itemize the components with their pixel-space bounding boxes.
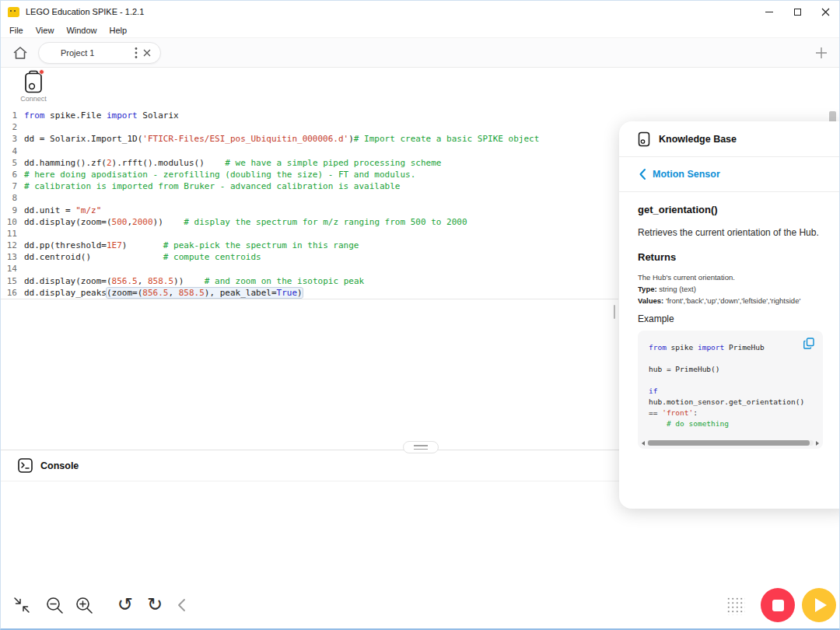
- console-title: Console: [40, 460, 79, 471]
- collapse-arrows-icon: [12, 595, 32, 615]
- tab-close-icon[interactable]: [143, 49, 151, 57]
- code-line[interactable]: # do something: [649, 418, 823, 429]
- scroll-right-arrow[interactable]: [816, 441, 819, 446]
- line-number: 6: [1, 169, 24, 180]
- minimize-icon: [765, 12, 773, 12]
- menu-help[interactable]: Help: [103, 26, 134, 35]
- code-line[interactable]: 4: [1, 145, 618, 157]
- undo-button[interactable]: ↺: [114, 593, 136, 616]
- close-button[interactable]: [811, 1, 839, 23]
- code-line[interactable]: 10dd.display(zoom=(500,2000)) # display …: [1, 216, 618, 228]
- menu-file[interactable]: File: [3, 26, 30, 35]
- code-line[interactable]: if: [649, 386, 823, 397]
- menu-bar: File View Window Help: [1, 23, 839, 37]
- code-line[interactable]: 6# here doing apodisation - zerofilling …: [1, 169, 618, 180]
- connect-button[interactable]: Connect: [16, 70, 51, 103]
- stop-button[interactable]: [761, 588, 795, 622]
- code-line[interactable]: 7# calibration is imported from Bruker -…: [1, 180, 618, 192]
- console-resize-handle[interactable]: [403, 441, 439, 453]
- plus-icon: [814, 46, 828, 60]
- zoom-out-button[interactable]: [44, 595, 65, 616]
- code-editor[interactable]: 1from spike.File import Solarix23dd = So…: [1, 110, 618, 299]
- kb-values-value: 'front','back','up','down','leftside','r…: [663, 296, 800, 305]
- code-line[interactable]: 11: [1, 228, 618, 240]
- scroll-left-arrow[interactable]: [642, 441, 645, 446]
- code-text: dd.pp(threshold=1E7) # peak-pick the spe…: [24, 240, 359, 251]
- code-line[interactable]: 9dd.unit = "m/z": [1, 205, 618, 216]
- zoom-in-button[interactable]: [74, 595, 95, 616]
- copy-code-button[interactable]: [803, 338, 814, 349]
- home-button[interactable]: [10, 43, 30, 63]
- window-title: LEGO Education SPIKE - 1.2.1: [26, 7, 144, 16]
- play-icon: [802, 588, 836, 622]
- collapse-toolbar-button[interactable]: [175, 597, 187, 613]
- chevron-back-icon: [639, 169, 646, 180]
- code-line[interactable]: 2: [1, 121, 618, 133]
- knowledge-base-header: Knowledge Base: [619, 121, 840, 157]
- redo-button[interactable]: ↻: [144, 593, 166, 616]
- kb-example-code-block: from spike import PrimeHubhub = PrimeHub…: [638, 331, 823, 449]
- tab-menu-icon[interactable]: [135, 47, 138, 59]
- code-text: from spike import PrimeHub: [649, 343, 765, 352]
- code-line[interactable]: from spike import PrimeHub: [649, 342, 823, 353]
- code-line[interactable]: 13dd.centroid() # compute centroids: [1, 251, 618, 263]
- minimize-button[interactable]: [755, 1, 783, 23]
- line-number: 12: [1, 240, 24, 251]
- window-controls: [755, 1, 839, 23]
- console-icon: [18, 458, 33, 473]
- code-line[interactable]: 16dd.display_peaks(zoom=(856.5, 858.5), …: [1, 287, 618, 299]
- scroll-track[interactable]: [647, 440, 814, 446]
- maximize-button[interactable]: [783, 1, 811, 23]
- kb-returns-description: The Hub's current orientation.: [638, 273, 823, 282]
- line-number: 5: [1, 157, 24, 169]
- close-icon: [821, 8, 830, 16]
- kb-values-row: Values: 'front','back','up','down','left…: [638, 296, 823, 305]
- code-line[interactable]: hub.motion_sensor.get_orientation(): [649, 397, 823, 408]
- code-line[interactable]: [649, 375, 823, 386]
- kb-method-description: Retrieves the current orientation of the…: [638, 227, 823, 238]
- code-line[interactable]: 8: [1, 192, 618, 204]
- copy-icon: [803, 338, 814, 349]
- code-text: dd.centroid() # compute centroids: [24, 251, 261, 263]
- code-line[interactable]: 15dd.display(zoom=(856.5, 858.5)) # and …: [1, 275, 618, 287]
- code-text: dd.unit = "m/z": [24, 205, 101, 216]
- kb-values-label: Values:: [638, 296, 663, 305]
- knowledge-base-panel: Knowledge Base Motion Sensor get_orienta…: [619, 121, 840, 509]
- kb-method-name: get_orientation(): [638, 204, 823, 215]
- code-text: dd.display(zoom=(500,2000)) # display th…: [24, 216, 467, 228]
- code-line[interactable]: 3dd = Solarix.Import_1D('FTICR-Files/ESI…: [1, 133, 618, 145]
- kb-example-heading: Example: [638, 313, 823, 324]
- maximize-icon: [794, 9, 801, 16]
- run-button[interactable]: [802, 588, 836, 622]
- hub-matrix-button[interactable]: [726, 596, 745, 615]
- code-line[interactable]: == 'front':: [649, 408, 823, 418]
- line-number: 8: [1, 192, 24, 204]
- app-window: LEGO Education SPIKE - 1.2.1 File View W…: [0, 0, 840, 630]
- code-text: hub = PrimeHub(): [649, 365, 720, 373]
- menu-view[interactable]: View: [30, 26, 61, 35]
- code-text: == 'front':: [649, 408, 698, 417]
- new-tab-button[interactable]: [814, 46, 828, 60]
- kb-back-label: Motion Sensor: [653, 169, 720, 180]
- code-line[interactable]: 12dd.pp(threshold=1E7) # peak-pick the s…: [1, 240, 618, 251]
- code-line[interactable]: hub = PrimeHub(): [649, 364, 823, 375]
- line-number: 11: [1, 228, 24, 240]
- line-number: 4: [1, 145, 24, 157]
- line-number: 1: [1, 110, 24, 121]
- code-text: dd.display(zoom=(856.5, 858.5)) # and zo…: [24, 275, 364, 287]
- code-line[interactable]: 1from spike.File import Solarix: [1, 110, 618, 121]
- project-tab-label: Project 1: [61, 48, 135, 58]
- code-line[interactable]: 5dd.hamming().zf(2).rfft().modulus() # w…: [1, 157, 618, 169]
- project-tab[interactable]: Project 1: [38, 42, 161, 64]
- scroll-thumb[interactable]: [648, 440, 810, 446]
- code-line[interactable]: 14: [1, 263, 618, 275]
- zoom-out-icon: [44, 595, 65, 616]
- code-text: from spike.File import Solarix: [24, 110, 179, 121]
- kb-type-label: Type:: [638, 285, 657, 293]
- kb-code-hscrollbar[interactable]: [642, 439, 819, 446]
- fit-to-screen-button[interactable]: [12, 595, 32, 615]
- kb-back-link[interactable]: Motion Sensor: [619, 157, 840, 192]
- menu-window[interactable]: Window: [60, 26, 103, 35]
- code-line[interactable]: [649, 353, 823, 364]
- line-number: 14: [1, 263, 24, 275]
